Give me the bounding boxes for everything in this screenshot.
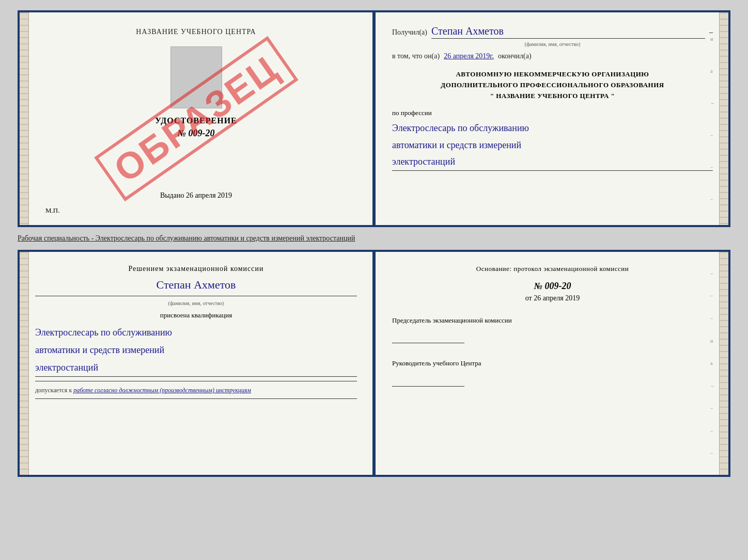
issued-date-line: Выдано 26 апреля 2019 (160, 191, 232, 200)
chairman-label: Председатель экзаменационной комиссии (392, 315, 713, 326)
allowed-underline (35, 398, 357, 399)
profession-text: Электрослесарь по обслуживанию автоматик… (392, 120, 713, 170)
school-name-top: НАЗВАНИЕ УЧЕБНОГО ЦЕНТРА (136, 28, 256, 36)
bottom-person-name: Степан Ахметов (35, 278, 357, 292)
bottom-cert-right-panel: Основание: протокол экзаменационной коми… (374, 252, 728, 475)
director-label: Руководитель учебного Центра (392, 358, 713, 369)
protocol-date-value: 26 апреля 2019 (534, 294, 580, 302)
protocol-date-line: от 26 апреля 2019 (392, 294, 713, 302)
received-label: Получил(а) (392, 28, 427, 37)
allowed-prefix: допускается к (35, 387, 72, 394)
in-that-label: в том, что он(а) (392, 52, 440, 60)
right-binding-symbols-bottom: – – – и а ← – – – (710, 252, 715, 475)
binding-decoration-right (719, 12, 728, 225)
profession-line1: Электрослесарь по обслуживанию (392, 120, 713, 136)
right-binding-symbols: и а ← – – – (710, 12, 715, 225)
protocol-number: № 009-20 (392, 281, 713, 292)
chairman-block: Председатель экзаменационной комиссии (392, 315, 713, 346)
person-hint: (фамилия, имя, отчество) (35, 300, 357, 306)
profession-line2: автоматики и средств измерений (392, 137, 713, 153)
name-underline (35, 296, 357, 296)
cert-number: № 009-20 (178, 128, 215, 139)
bottom-certificate-spread: Решением экзаменационной комиссии Степан… (18, 250, 730, 477)
document-container: НАЗВАНИЕ УЧЕБНОГО ЦЕНТРА УДОСТОВЕРЕНИЕ №… (18, 10, 730, 477)
qualification-underline (35, 381, 357, 381)
org-line1: АВТОНОМНУЮ НЕКОММЕРЧЕСКУЮ ОРГАНИЗАЦИЮ (392, 69, 713, 80)
bottom-cert-left-panel: Решением экзаменационной комиссии Степан… (20, 252, 374, 475)
binding-decoration-bottom-left (20, 252, 29, 475)
qual-line3: электростанций (35, 359, 357, 376)
cert-title: УДОСТОВЕРЕНИЕ (155, 116, 237, 125)
binding-decoration-left (20, 12, 29, 225)
qual-line2: автоматики и средств измерений (35, 341, 357, 359)
chairman-signature-line (392, 333, 464, 343)
date-prefix: от (525, 294, 532, 302)
subtitle-bar: Рабочая специальность - Электрослесарь п… (18, 231, 730, 246)
finished-label: окончил(а) (498, 52, 532, 60)
profession-label: по профессии (392, 109, 713, 117)
allowed-label: допускается к работе согласно должностны… (35, 387, 357, 394)
date-line: в том, что он(а) 26 апреля 2019г. окончи… (392, 52, 713, 61)
mp-label: М.П. (45, 206, 59, 215)
qual-line1: Электрослесарь по обслуживанию (35, 324, 357, 341)
issued-date-value: 26 апреля 2019 (186, 191, 232, 199)
photo-placeholder (170, 46, 222, 108)
issued-label: Выдано (160, 191, 184, 199)
binding-decoration-bottom-right (719, 252, 728, 475)
org-line2: ДОПОЛНИТЕЛЬНОГО ПРОФЕССИОНАЛЬНОГО ОБРАЗО… (392, 80, 713, 91)
qualification-text: Электрослесарь по обслуживанию автоматик… (35, 324, 357, 377)
director-block: Руководитель учебного Центра (392, 358, 713, 389)
profession-line3: электростанций (392, 153, 713, 170)
recipient-hint: (фамилия, имя, отчество) (392, 41, 713, 47)
basis-title: Основание: протокол экзаменационной коми… (392, 265, 713, 273)
allowed-text: работе согласно должностным (производств… (73, 387, 251, 394)
top-cert-right-panel: Получил(а) Степан Ахметов – (фамилия, им… (374, 12, 728, 225)
org-block: АВТОНОМНУЮ НЕКОММЕРЧЕСКУЮ ОРГАНИЗАЦИЮ ДО… (392, 69, 713, 101)
decision-title: Решением экзаменационной комиссии (35, 265, 357, 273)
completion-date: 26 апреля 2019г. (444, 52, 494, 61)
top-cert-left-panel: НАЗВАНИЕ УЧЕБНОГО ЦЕНТРА УДОСТОВЕРЕНИЕ №… (20, 12, 374, 225)
recipient-name: Степан Ахметов (431, 25, 705, 39)
recipient-line: Получил(а) Степан Ахметов – (392, 25, 713, 39)
director-signature-line (392, 376, 464, 387)
org-line3: " НАЗВАНИЕ УЧЕБНОГО ЦЕНТРА " (392, 91, 713, 102)
qualification-label: присвоена квалификация (35, 311, 357, 319)
top-certificate-spread: НАЗВАНИЕ УЧЕБНОГО ЦЕНТРА УДОСТОВЕРЕНИЕ №… (18, 10, 730, 227)
